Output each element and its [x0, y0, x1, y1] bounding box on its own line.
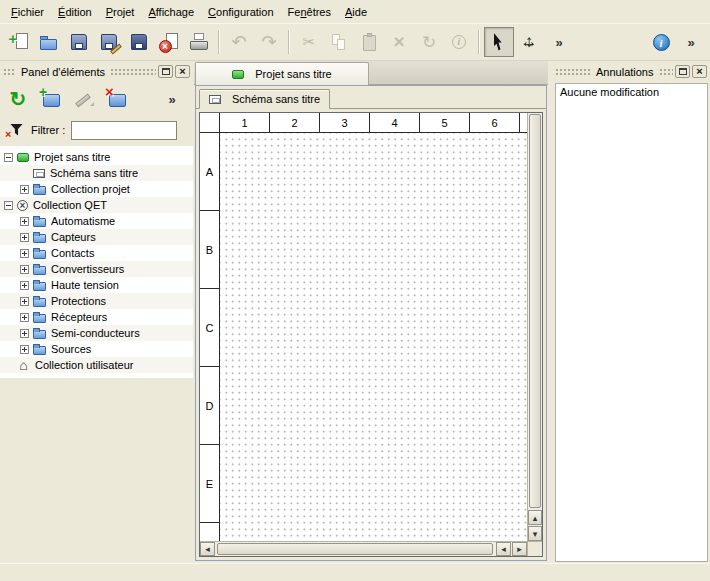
undock-button[interactable] [158, 65, 173, 78]
close-project-button[interactable] [154, 27, 184, 57]
undo-button[interactable] [224, 27, 254, 57]
tree-indent [4, 361, 13, 370]
tree-item-protections[interactable]: Protections [0, 293, 193, 309]
tree-indent [20, 169, 29, 178]
tree-item-collection-projet[interactable]: Collection projet [0, 181, 193, 197]
save-as-icon [99, 32, 120, 53]
tab-schema-sans-titre[interactable]: Schéma sans titre [199, 89, 330, 109]
refresh-icon [7, 89, 29, 109]
expand-expander-icon[interactable] [20, 345, 29, 354]
toolbar-overflow-button[interactable] [544, 27, 574, 57]
info-gray-icon [449, 32, 470, 53]
reload-collections-button[interactable] [3, 84, 33, 114]
menu-configuration[interactable]: Configuration [201, 3, 280, 21]
new-project-button[interactable] [4, 27, 34, 57]
expand-expander-icon[interactable] [20, 313, 29, 322]
tree-item-convertisseurs[interactable]: Convertisseurs [0, 261, 193, 277]
expand-expander-icon[interactable] [20, 249, 29, 258]
delete-element-button[interactable] [102, 84, 132, 114]
expand-expander-icon[interactable] [20, 281, 29, 290]
menu-fichier[interactable]: Fichier [4, 3, 51, 21]
scroll-left-button[interactable] [496, 542, 511, 556]
pan-mode-button[interactable] [514, 27, 544, 57]
schema-view[interactable]: 1 2 3 4 5 6 A B C D E [199, 112, 543, 557]
tree-item-schema-sans-titre[interactable]: Schéma sans titre [0, 165, 193, 181]
horizontal-scrollbar[interactable] [200, 541, 527, 556]
tree-item-automatisme[interactable]: Automatisme [0, 213, 193, 229]
tree-item-projet-sans-titre[interactable]: Projet sans titre [0, 149, 193, 165]
elements-panel-toolbar [0, 81, 193, 117]
scroll-right-button[interactable] [512, 542, 527, 556]
menu-affichage[interactable]: Affichage [141, 3, 201, 21]
cut-button[interactable] [294, 27, 324, 57]
menu-projet[interactable]: Projet [99, 3, 142, 21]
expand-expander-icon[interactable] [20, 265, 29, 274]
clear-filter-button[interactable] [5, 120, 25, 140]
rotate-button[interactable] [414, 27, 444, 57]
filter-input[interactable] [71, 121, 177, 140]
redo-icon [259, 32, 280, 53]
select-mode-button[interactable] [484, 27, 514, 57]
expand-expander-icon[interactable] [20, 185, 29, 194]
tree-item-contacts[interactable]: Contacts [0, 245, 193, 261]
expand-expander-icon[interactable] [20, 217, 29, 226]
elements-panel-titlebar[interactable]: Panel d'éléments [0, 62, 193, 81]
menu-aide[interactable]: Aide [338, 3, 374, 21]
vertical-scrollbar-thumb[interactable] [529, 114, 541, 508]
close-dock-button[interactable] [175, 65, 190, 78]
close-dock-button[interactable] [692, 65, 707, 78]
main-area: Panel d'éléments Filtrer : [0, 61, 710, 563]
print-button[interactable] [184, 27, 214, 57]
undock-button[interactable] [675, 65, 690, 78]
delete-button[interactable] [384, 27, 414, 57]
open-project-button[interactable] [34, 27, 64, 57]
collapse-expander-icon[interactable] [4, 153, 13, 162]
tree-item-haute-tension[interactable]: Haute tension [0, 277, 193, 293]
folder-icon [33, 186, 46, 195]
delete-element-icon [106, 89, 128, 109]
dock-grip [659, 67, 674, 77]
undo-history-list[interactable]: Aucune modification [555, 83, 708, 562]
horizontal-scrollbar-thumb[interactable] [217, 543, 493, 555]
undo-icon [229, 32, 250, 53]
expand-expander-icon[interactable] [20, 297, 29, 306]
filter-label: Filtrer : [31, 124, 65, 136]
redo-button[interactable] [254, 27, 284, 57]
vertical-scrollbar[interactable] [527, 113, 542, 541]
toolbar-separator [218, 30, 220, 54]
tree-item-collection-utilisateur[interactable]: Collection utilisateur [0, 357, 193, 373]
expand-expander-icon[interactable] [20, 329, 29, 338]
copy-button[interactable] [324, 27, 354, 57]
folder-icon [33, 250, 46, 259]
delete-cross-icon [389, 32, 410, 53]
tree-item-semi-conducteurs[interactable]: Semi-conducteurs [0, 325, 193, 341]
panel-overflow-button[interactable] [157, 84, 187, 114]
scroll-down-button[interactable] [528, 526, 542, 541]
column-ruler: 1 2 3 4 5 6 [200, 113, 527, 133]
dock-grip [555, 67, 591, 77]
menu-overflow-button[interactable] [676, 27, 706, 57]
ruler-column-label: 4 [370, 113, 420, 132]
tree-item-collection-qet[interactable]: Collection QET [0, 197, 193, 213]
tree-item-recepteurs[interactable]: Récepteurs [0, 309, 193, 325]
tab-projet-sans-titre[interactable]: Projet sans titre [195, 62, 369, 85]
scroll-left-button[interactable] [200, 542, 215, 556]
expand-expander-icon[interactable] [20, 233, 29, 242]
save-as-button[interactable] [94, 27, 124, 57]
collapse-expander-icon[interactable] [4, 201, 13, 210]
chevron-right-icon [681, 32, 702, 53]
about-button[interactable] [646, 27, 676, 57]
element-infos-button[interactable] [444, 27, 474, 57]
menu-edition[interactable]: Édition [51, 3, 99, 21]
edit-element-button[interactable] [69, 84, 99, 114]
save-button[interactable] [64, 27, 94, 57]
paste-button[interactable] [354, 27, 384, 57]
schema-canvas[interactable]: 1 2 3 4 5 6 A B C D E [200, 113, 527, 541]
tree-item-sources[interactable]: Sources [0, 341, 193, 357]
save-all-button[interactable] [124, 27, 154, 57]
new-element-button[interactable] [36, 84, 66, 114]
undo-panel-titlebar[interactable]: Annulations [552, 62, 710, 81]
menu-fenetres[interactable]: Fenêtres [281, 3, 338, 21]
tree-item-capteurs[interactable]: Capteurs [0, 229, 193, 245]
scroll-up-button[interactable] [528, 510, 542, 525]
